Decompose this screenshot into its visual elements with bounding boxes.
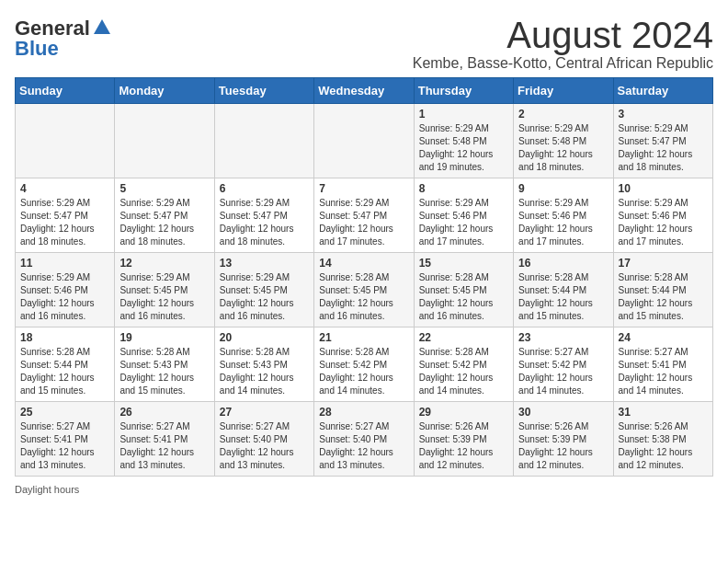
day-number: 2: [518, 108, 608, 121]
calendar-cell: 26Sunrise: 5:27 AM Sunset: 5:41 PM Dayli…: [115, 402, 214, 477]
day-number: 26: [119, 406, 209, 419]
day-info: Sunrise: 5:29 AM Sunset: 5:46 PM Dayligh…: [20, 271, 109, 323]
header-thursday: Thursday: [414, 78, 513, 104]
day-number: 5: [119, 182, 209, 195]
day-number: 14: [319, 257, 408, 270]
calendar-cell: 21Sunrise: 5:28 AM Sunset: 5:42 PM Dayli…: [314, 327, 414, 402]
day-info: Sunrise: 5:28 AM Sunset: 5:43 PM Dayligh…: [119, 346, 209, 397]
main-title: August 2024: [413, 15, 713, 55]
day-number: 1: [419, 108, 508, 121]
calendar-cell: 9Sunrise: 5:29 AM Sunset: 5:46 PM Daylig…: [514, 178, 613, 253]
day-number: 28: [319, 406, 408, 419]
day-info: Sunrise: 5:26 AM Sunset: 5:39 PM Dayligh…: [419, 420, 508, 472]
day-number: 3: [619, 108, 708, 121]
calendar-cell: 4Sunrise: 5:29 AM Sunset: 5:47 PM Daylig…: [16, 178, 115, 253]
calendar-cell: 14Sunrise: 5:28 AM Sunset: 5:45 PM Dayli…: [314, 253, 414, 327]
day-info: Sunrise: 5:28 AM Sunset: 5:45 PM Dayligh…: [419, 271, 508, 323]
svg-marker-0: [94, 19, 110, 34]
day-info: Sunrise: 5:27 AM Sunset: 5:41 PM Dayligh…: [619, 346, 708, 397]
calendar-cell: 13Sunrise: 5:29 AM Sunset: 5:45 PM Dayli…: [214, 253, 313, 327]
week-row-0: 1Sunrise: 5:29 AM Sunset: 5:48 PM Daylig…: [16, 104, 713, 178]
header-monday: Monday: [115, 78, 214, 104]
footer-daylight: Daylight hours: [15, 484, 713, 495]
day-number: 29: [419, 406, 508, 419]
calendar-body: 1Sunrise: 5:29 AM Sunset: 5:48 PM Daylig…: [16, 104, 713, 477]
calendar-cell: 28Sunrise: 5:27 AM Sunset: 5:40 PM Dayli…: [314, 402, 414, 477]
day-info: Sunrise: 5:29 AM Sunset: 5:48 PM Dayligh…: [419, 122, 508, 174]
day-info: Sunrise: 5:29 AM Sunset: 5:47 PM Dayligh…: [220, 197, 309, 248]
day-info: Sunrise: 5:28 AM Sunset: 5:45 PM Dayligh…: [319, 271, 408, 323]
day-info: Sunrise: 5:29 AM Sunset: 5:47 PM Dayligh…: [119, 197, 209, 248]
calendar-cell: 29Sunrise: 5:26 AM Sunset: 5:39 PM Dayli…: [414, 402, 513, 477]
calendar-cell: [115, 104, 214, 178]
day-info: Sunrise: 5:28 AM Sunset: 5:42 PM Dayligh…: [419, 346, 508, 397]
page-header: General Blue August 2024 Kembe, Basse-Ko…: [15, 15, 713, 72]
day-number: 18: [20, 331, 109, 344]
day-number: 25: [20, 406, 109, 419]
day-info: Sunrise: 5:28 AM Sunset: 5:42 PM Dayligh…: [319, 346, 408, 397]
calendar-cell: 15Sunrise: 5:28 AM Sunset: 5:45 PM Dayli…: [414, 253, 513, 327]
day-info: Sunrise: 5:27 AM Sunset: 5:41 PM Dayligh…: [20, 420, 109, 472]
day-info: Sunrise: 5:28 AM Sunset: 5:44 PM Dayligh…: [518, 271, 608, 323]
logo-icon: [92, 17, 112, 38]
calendar-cell: 6Sunrise: 5:29 AM Sunset: 5:47 PM Daylig…: [214, 178, 313, 253]
calendar-cell: [314, 104, 414, 178]
calendar-cell: 12Sunrise: 5:29 AM Sunset: 5:45 PM Dayli…: [115, 253, 214, 327]
day-number: 16: [518, 257, 608, 270]
day-number: 7: [319, 182, 408, 195]
calendar-cell: 18Sunrise: 5:28 AM Sunset: 5:44 PM Dayli…: [16, 327, 115, 402]
week-row-1: 4Sunrise: 5:29 AM Sunset: 5:47 PM Daylig…: [16, 178, 713, 253]
day-number: 27: [220, 406, 309, 419]
day-info: Sunrise: 5:27 AM Sunset: 5:42 PM Dayligh…: [518, 346, 608, 397]
calendar-cell: 27Sunrise: 5:27 AM Sunset: 5:40 PM Dayli…: [214, 402, 313, 477]
day-info: Sunrise: 5:29 AM Sunset: 5:46 PM Dayligh…: [419, 197, 508, 248]
calendar-cell: [16, 104, 115, 178]
calendar-cell: 23Sunrise: 5:27 AM Sunset: 5:42 PM Dayli…: [514, 327, 613, 402]
day-number: 19: [119, 331, 209, 344]
week-row-4: 25Sunrise: 5:27 AM Sunset: 5:41 PM Dayli…: [16, 402, 713, 477]
calendar-cell: 22Sunrise: 5:28 AM Sunset: 5:42 PM Dayli…: [414, 327, 513, 402]
calendar-cell: 7Sunrise: 5:29 AM Sunset: 5:47 PM Daylig…: [314, 178, 414, 253]
day-number: 10: [619, 182, 708, 195]
location-subtitle: Kembe, Basse-Kotto, Central African Repu…: [413, 55, 713, 72]
day-number: 22: [419, 331, 508, 344]
logo-general-text: General: [15, 18, 90, 39]
calendar-table: SundayMondayTuesdayWednesdayThursdayFrid…: [15, 77, 713, 477]
day-info: Sunrise: 5:29 AM Sunset: 5:46 PM Dayligh…: [518, 197, 608, 248]
day-number: 4: [20, 182, 109, 195]
calendar-cell: 19Sunrise: 5:28 AM Sunset: 5:43 PM Dayli…: [115, 327, 214, 402]
calendar-cell: 2Sunrise: 5:29 AM Sunset: 5:48 PM Daylig…: [514, 104, 613, 178]
week-row-3: 18Sunrise: 5:28 AM Sunset: 5:44 PM Dayli…: [16, 327, 713, 402]
day-info: Sunrise: 5:29 AM Sunset: 5:47 PM Dayligh…: [319, 197, 408, 248]
calendar-cell: 20Sunrise: 5:28 AM Sunset: 5:43 PM Dayli…: [214, 327, 313, 402]
header-tuesday: Tuesday: [214, 78, 313, 104]
calendar-cell: 16Sunrise: 5:28 AM Sunset: 5:44 PM Dayli…: [514, 253, 613, 327]
title-block: August 2024 Kembe, Basse-Kotto, Central …: [413, 15, 713, 72]
day-number: 21: [319, 331, 408, 344]
day-info: Sunrise: 5:29 AM Sunset: 5:48 PM Dayligh…: [518, 122, 608, 174]
calendar-cell: 10Sunrise: 5:29 AM Sunset: 5:46 PM Dayli…: [613, 178, 712, 253]
calendar-cell: 25Sunrise: 5:27 AM Sunset: 5:41 PM Dayli…: [16, 402, 115, 477]
header-friday: Friday: [514, 78, 613, 104]
day-number: 24: [619, 331, 708, 344]
header-wednesday: Wednesday: [314, 78, 414, 104]
calendar-cell: 8Sunrise: 5:29 AM Sunset: 5:46 PM Daylig…: [414, 178, 513, 253]
day-number: 13: [220, 257, 309, 270]
day-info: Sunrise: 5:29 AM Sunset: 5:46 PM Dayligh…: [619, 197, 708, 248]
header-sunday: Sunday: [16, 78, 115, 104]
calendar-cell: 24Sunrise: 5:27 AM Sunset: 5:41 PM Dayli…: [613, 327, 712, 402]
day-info: Sunrise: 5:27 AM Sunset: 5:40 PM Dayligh…: [319, 420, 408, 472]
calendar-cell: 1Sunrise: 5:29 AM Sunset: 5:48 PM Daylig…: [414, 104, 513, 178]
logo: General Blue: [15, 18, 112, 59]
day-number: 6: [220, 182, 309, 195]
day-info: Sunrise: 5:27 AM Sunset: 5:40 PM Dayligh…: [220, 420, 309, 472]
day-number: 30: [518, 406, 608, 419]
header-saturday: Saturday: [613, 78, 712, 104]
day-info: Sunrise: 5:28 AM Sunset: 5:44 PM Dayligh…: [20, 346, 109, 397]
calendar-cell: 5Sunrise: 5:29 AM Sunset: 5:47 PM Daylig…: [115, 178, 214, 253]
day-number: 23: [518, 331, 608, 344]
day-info: Sunrise: 5:26 AM Sunset: 5:38 PM Dayligh…: [619, 420, 708, 472]
calendar-cell: 31Sunrise: 5:26 AM Sunset: 5:38 PM Dayli…: [613, 402, 712, 477]
logo-blue-text: Blue: [15, 39, 59, 59]
calendar-cell: 30Sunrise: 5:26 AM Sunset: 5:39 PM Dayli…: [514, 402, 613, 477]
